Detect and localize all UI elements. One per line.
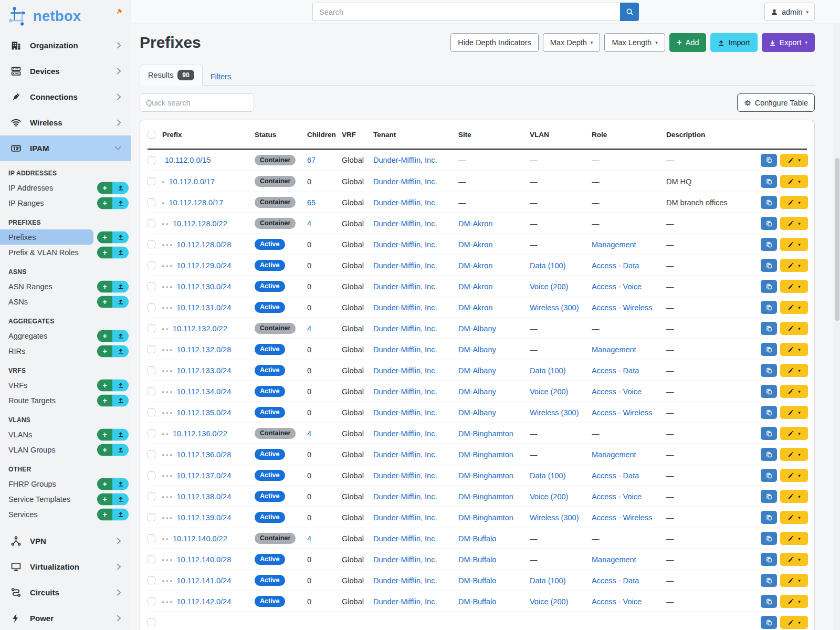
edit-dropdown-button[interactable]: ▾ <box>780 322 808 335</box>
sidebar-item-wireless[interactable]: Wireless <box>0 110 131 135</box>
sidebar-item-route-targets[interactable]: Route Targets <box>0 393 93 408</box>
edit-dropdown-button[interactable]: ▾ <box>780 448 808 461</box>
sidebar-item-asn-ranges[interactable]: ASN Ranges <box>0 279 93 294</box>
site-link[interactable]: DM-Akron <box>458 240 492 249</box>
row-checkbox[interactable] <box>148 492 155 500</box>
vlan-link[interactable]: Data (100) <box>530 261 566 270</box>
role-link[interactable]: Access - Wireless <box>592 408 652 417</box>
role-link[interactable]: Management <box>592 240 636 249</box>
import-icon[interactable] <box>112 182 129 194</box>
row-checkbox[interactable] <box>148 282 155 290</box>
edit-dropdown-button[interactable]: ▾ <box>780 469 808 482</box>
tenant-link[interactable]: Dunder-Mifflin, Inc. <box>373 198 437 207</box>
role-link[interactable]: Access - Voice <box>592 282 642 291</box>
role-link[interactable]: Access - Voice <box>592 597 642 606</box>
prefix-link[interactable]: 10.112.139.0/24 <box>177 513 232 522</box>
import-button[interactable]: Import <box>710 33 757 52</box>
clone-button[interactable] <box>761 448 777 461</box>
clone-button[interactable] <box>761 280 777 293</box>
site-link[interactable]: DM-Binghamton <box>458 513 513 522</box>
site-link[interactable]: DM-Albany <box>458 408 496 417</box>
clone-button[interactable] <box>761 259 777 272</box>
sidebar-item-aggregates[interactable]: Aggregates <box>0 328 93 343</box>
prefix-link[interactable]: 10.112.132.0/28 <box>177 345 232 354</box>
sidebar-item-circuits[interactable]: Circuits <box>0 580 131 605</box>
tab-results[interactable]: Results 90 <box>140 65 203 86</box>
clone-button[interactable] <box>761 616 777 629</box>
vlan-link[interactable]: Voice (200) <box>530 387 568 396</box>
edit-dropdown-button[interactable]: ▾ <box>780 196 808 209</box>
row-checkbox[interactable] <box>148 324 155 332</box>
prefix-link[interactable]: 10.112.136.0/22 <box>173 429 227 438</box>
quick-search-input[interactable] <box>140 93 254 112</box>
clone-button[interactable] <box>761 364 777 377</box>
column-header-prefix[interactable]: Prefix <box>162 131 255 139</box>
import-icon[interactable] <box>112 493 129 505</box>
vlan-link[interactable]: Voice (200) <box>530 282 568 291</box>
pin-sidebar-icon[interactable] <box>114 7 123 18</box>
site-link[interactable]: DM-Buffalo <box>458 555 496 564</box>
role-link[interactable]: Access - Data <box>592 576 639 585</box>
hide-depth-indicators-button[interactable]: Hide Depth Indicators <box>450 33 538 52</box>
tenant-link[interactable]: Dunder-Mifflin, Inc. <box>373 303 437 312</box>
row-checkbox[interactable] <box>148 366 155 374</box>
site-link[interactable]: DM-Akron <box>458 261 492 270</box>
site-link[interactable]: DM-Albany <box>458 324 496 333</box>
plus-icon[interactable]: + <box>97 345 112 357</box>
max-depth-dropdown[interactable]: Max Depth▾ <box>543 33 601 52</box>
sidebar-item-rirs[interactable]: RIRs <box>0 343 93 359</box>
tenant-link[interactable]: Dunder-Mifflin, Inc. <box>373 555 437 564</box>
edit-dropdown-button[interactable]: ▾ <box>780 553 808 566</box>
import-icon[interactable] <box>112 508 129 520</box>
row-checkbox[interactable] <box>148 450 155 458</box>
clone-button[interactable] <box>761 385 777 398</box>
plus-icon[interactable]: + <box>97 394 112 406</box>
tenant-link[interactable]: Dunder-Mifflin, Inc. <box>373 261 437 270</box>
vlan-link[interactable]: Data (100) <box>530 471 566 480</box>
edit-dropdown-button[interactable]: ▾ <box>780 532 808 545</box>
column-header-vrf[interactable]: VRF <box>342 131 373 139</box>
children-count-link[interactable]: 4 <box>307 324 311 333</box>
clone-button[interactable] <box>761 469 777 482</box>
tenant-link[interactable]: Dunder-Mifflin, Inc. <box>373 576 437 585</box>
edit-dropdown-button[interactable]: ▾ <box>780 280 808 293</box>
site-link[interactable]: DM-Buffalo <box>458 597 496 606</box>
role-link[interactable]: Management <box>592 555 636 564</box>
import-icon[interactable] <box>112 478 129 490</box>
plus-icon[interactable]: + <box>97 508 112 520</box>
plus-icon[interactable]: + <box>97 478 112 490</box>
sidebar-item-devices[interactable]: Devices <box>0 58 131 84</box>
clone-button[interactable] <box>761 574 777 587</box>
clone-button[interactable] <box>761 553 777 566</box>
prefix-link[interactable]: 10.112.134.0/24 <box>177 387 232 396</box>
export-dropdown[interactable]: Export▾ <box>762 33 815 52</box>
add-button[interactable]: +Add <box>669 33 707 52</box>
plus-icon[interactable]: + <box>97 197 112 209</box>
brand-name[interactable]: netbox <box>33 8 81 25</box>
row-checkbox[interactable] <box>148 303 155 311</box>
plus-icon[interactable]: + <box>97 444 112 456</box>
row-checkbox[interactable] <box>148 387 155 395</box>
edit-dropdown-button[interactable]: ▾ <box>780 175 808 188</box>
prefix-link[interactable]: 10.112.140.0/28 <box>177 555 232 564</box>
site-link[interactable]: DM-Albany <box>458 387 496 396</box>
row-checkbox[interactable] <box>148 555 155 563</box>
scrollbar-thumb[interactable] <box>835 158 839 321</box>
edit-dropdown-button[interactable]: ▾ <box>780 511 808 524</box>
clone-button[interactable] <box>761 301 777 314</box>
import-icon[interactable] <box>112 345 129 357</box>
tenant-link[interactable]: Dunder-Mifflin, Inc. <box>373 345 437 354</box>
prefix-link[interactable]: 10.112.128.0/22 <box>173 219 227 228</box>
prefix-link[interactable]: 10.112.133.0/24 <box>177 366 232 375</box>
prefix-link[interactable]: 10.112.128.0/17 <box>169 198 224 207</box>
site-link[interactable]: DM-Albany <box>458 345 496 354</box>
row-checkbox[interactable] <box>148 597 155 605</box>
import-icon[interactable] <box>112 280 129 292</box>
row-checkbox[interactable] <box>148 198 155 206</box>
tenant-link[interactable]: Dunder-Mifflin, Inc. <box>373 513 437 522</box>
site-link[interactable]: DM-Binghamton <box>458 450 513 459</box>
role-link[interactable]: Access - Voice <box>592 387 642 396</box>
clone-button[interactable] <box>761 154 777 167</box>
row-checkbox[interactable] <box>148 576 155 584</box>
clone-button[interactable] <box>761 238 777 251</box>
